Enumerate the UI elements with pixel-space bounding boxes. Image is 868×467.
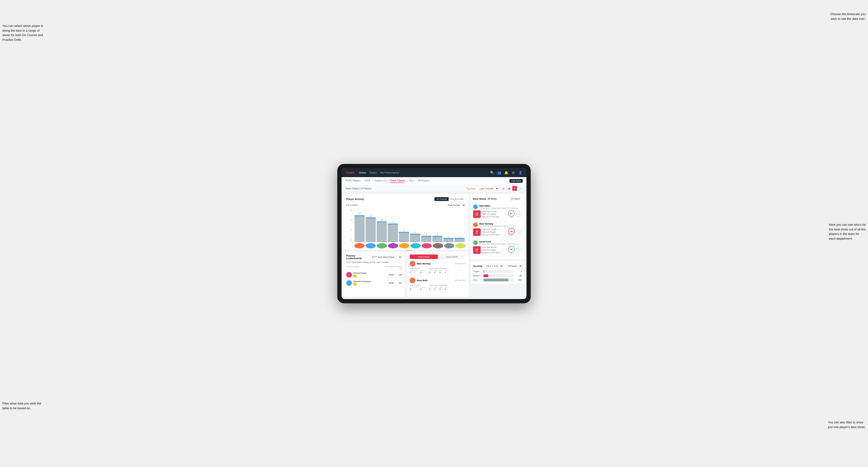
all-shots-tab[interactable]: All Shots: [488, 198, 497, 200]
shot-chevron-icon[interactable]: ›: [521, 241, 522, 244]
leaderboard-row[interactable]: R Richard Butler 1 19/20 110: [346, 271, 402, 279]
annotation-bottom-right: You can also filter to showjust one play…: [828, 420, 866, 429]
bar-value: 13: [359, 213, 361, 215]
player-avatar-small[interactable]: D: [377, 243, 387, 248]
bar-group: 10: [377, 219, 387, 242]
bar-value: 3: [426, 234, 427, 236]
list-view-icon[interactable]: ≡: [518, 186, 523, 191]
bar-highlight: [410, 234, 420, 235]
lb-player-info: Richard Butler 1: [353, 272, 384, 278]
nav-teams[interactable]: Teams: [369, 171, 377, 174]
timescale-select[interactable]: Last 3 months: [477, 187, 499, 191]
scoring-header: Scoring Par 3, 4 & 5s All Players: [473, 264, 522, 268]
tab-pgat[interactable]: PGAT Players: [345, 179, 361, 183]
left-panel: Player Activity On Course Practice Drill…: [343, 194, 468, 297]
edit-team-icon[interactable]: ✏️: [467, 187, 469, 190]
profile-icon[interactable]: 👤: [518, 171, 523, 175]
tab-hcaps[interactable]: Hcaps 1-5: [375, 179, 386, 183]
shot-text: Shot Dist: 43 ydsStart Lie: RoughEnd Lie…: [482, 228, 507, 236]
bar[interactable]: [399, 232, 409, 242]
player-avatar-small[interactable]: R: [366, 243, 376, 248]
rounds-sub-row: Tournament 7 Practice 6: [410, 270, 426, 274]
player-avatar-small[interactable]: B: [354, 243, 365, 248]
y-label-15: 15: [350, 209, 352, 211]
bar-highlight: [455, 238, 465, 239]
on-course-toggle-btn[interactable]: On Course: [434, 197, 448, 201]
leaderboard-title: Practice Leaderboards: [346, 254, 369, 260]
grid2-view-icon[interactable]: ▦: [507, 186, 512, 191]
lb-player-info: Edward Crossman 2: [353, 280, 384, 286]
nav-home[interactable]: Home: [359, 171, 366, 174]
shot-stat-dist: 67 yds: [508, 210, 515, 218]
nav-links: Home Teams My Performance: [359, 171, 490, 174]
tab-team-clippd[interactable]: Team Clippd: [390, 179, 405, 183]
leaderboard-row[interactable]: E Edward Crossman 2 18/20 107: [346, 279, 402, 287]
shot-item[interactable]: Matt Miller 09 Jun 2023 · Royal North De…: [473, 203, 522, 220]
bar[interactable]: [354, 215, 365, 242]
bell-icon[interactable]: 🔔: [504, 171, 508, 175]
bar[interactable]: [443, 238, 454, 242]
shot-avatar: [473, 240, 478, 245]
leaderboard-header: Practice Leaderboards PUTT Must Make Put…: [346, 254, 402, 260]
scoring-row-value: 96: [515, 275, 522, 277]
annotation-bottom-left: Filter what data you wish thetable to be…: [2, 401, 41, 410]
shot-badge: 200 SG: [473, 228, 481, 236]
scoring-players-select[interactable]: All Players: [505, 264, 523, 268]
scoring-row-label: Birdies: [473, 275, 482, 277]
shot-item[interactable]: Blair McHarg 23 Jul 2023 · Ashridge GC, …: [473, 220, 522, 239]
lb-col-player-name: PLAYER NAME: [346, 266, 384, 270]
player-avatar-small[interactable]: G: [410, 243, 421, 248]
bar[interactable]: [410, 234, 420, 242]
heart-view-icon[interactable]: ♥: [512, 186, 517, 191]
player-avatar-small[interactable]: J: [388, 243, 398, 248]
users-icon[interactable]: 👥: [497, 171, 501, 175]
shot-stat-zero: 0: [516, 247, 522, 253]
scoring-bar: [484, 279, 508, 281]
plus-circle-icon[interactable]: ⊕: [511, 171, 516, 175]
player-avatar-small[interactable]: E: [399, 243, 409, 248]
bar-value: 12: [370, 215, 372, 217]
app-stat: APP 0: [434, 270, 437, 274]
rounds-filter-select[interactable]: Total Rounds: [445, 203, 466, 207]
tab-all-players[interactable]: All Players: [418, 179, 430, 183]
annotation-mid-right: Here you can see who's hitthe best shots…: [829, 222, 866, 241]
player-avatar-small[interactable]: L: [455, 243, 466, 248]
grid-view-icon[interactable]: ⊞: [501, 186, 506, 191]
bar[interactable]: [388, 224, 398, 242]
rounds-stats: Total Rounds Tournament 8 Practice 4: [410, 284, 426, 290]
tab-pga[interactable]: PGA: [365, 179, 370, 183]
player-avatar-small[interactable]: R: [422, 243, 432, 248]
putt-stat: PUTT 0: [445, 286, 449, 290]
practice-drills-toggle-btn[interactable]: Practice Drills: [448, 197, 465, 201]
bar-highlight: [366, 217, 376, 218]
player-avatar-small[interactable]: M: [433, 243, 443, 248]
shot-text: Shot Dist: 67 ydsStart Lie: RoughEnd Lie…: [482, 210, 507, 218]
shot-chevron-icon[interactable]: ›: [521, 205, 522, 209]
bar[interactable]: [366, 217, 376, 242]
player-avatar-small[interactable]: E: [444, 243, 455, 248]
tab-tour[interactable]: Tour: [409, 179, 414, 183]
rounds-label: Total Rounds: [410, 268, 426, 270]
gtt-stat: GTT 0: [429, 270, 432, 274]
bar[interactable]: [432, 236, 442, 242]
scoring-par-select[interactable]: Par 3, 4 & 5s: [484, 264, 503, 268]
team-header-bar: Team Clippd | 14 Players ✏️ Show: Last 3…: [342, 185, 526, 192]
all-players-filter[interactable]: All Players: [509, 197, 522, 201]
bar[interactable]: [455, 238, 465, 242]
leaderboard-drill-select[interactable]: PUTT Must Make Putting ...: [369, 255, 402, 259]
bar[interactable]: [421, 236, 431, 242]
shot-chevron-icon[interactable]: ›: [521, 223, 522, 226]
scoring-row-value: 3: [515, 270, 522, 273]
search-icon[interactable]: 🔍: [490, 171, 494, 175]
chart-y-axis: 15 10 5 0: [346, 209, 353, 241]
most-active-tab[interactable]: Most Active: [410, 254, 438, 259]
bar-value: 9: [393, 221, 394, 223]
add-team-button[interactable]: Add Team: [509, 179, 523, 183]
shot-stat-label: yds: [510, 235, 513, 236]
scoring-bar-container: [484, 270, 514, 273]
least-active-tab[interactable]: Least Active: [438, 254, 466, 259]
bar[interactable]: [377, 221, 387, 242]
nav-performance[interactable]: My Performance: [380, 171, 399, 174]
bar-group: 12: [366, 215, 376, 242]
shot-item[interactable]: David Ford 24 Aug 2023 · Royal North Dev…: [473, 239, 522, 256]
